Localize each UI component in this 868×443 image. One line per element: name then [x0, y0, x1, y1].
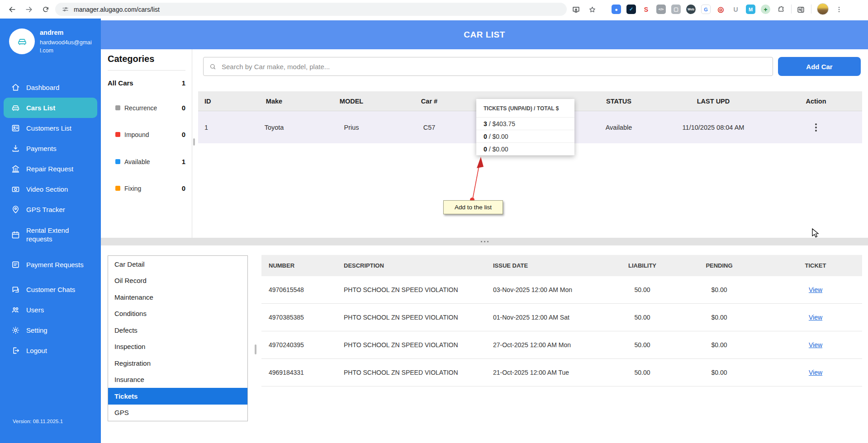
browser-toolbar: manager.alugago.com/cars/list ● ✓ S </> …	[0, 0, 868, 19]
install-app-icon[interactable]	[569, 3, 583, 16]
car-id: 1	[198, 111, 235, 143]
menu-item-registration[interactable]: Registration	[108, 355, 247, 372]
annotation-tooltip: Add to the list	[443, 200, 503, 214]
car-last-upd: 11/10/2025 08:04 AM	[657, 111, 770, 143]
horizontal-splitter[interactable]	[101, 238, 868, 245]
col-last-upd: LAST UPD	[657, 91, 770, 111]
extension-icon-10[interactable]: M	[746, 5, 755, 14]
col-issue-date: ISSUE DATE	[493, 255, 615, 276]
car-search	[203, 57, 773, 76]
ticket-issue-date: 01-Nov-2025 12:00 AM Sat	[493, 304, 615, 331]
extension-icon-9[interactable]: U	[731, 5, 740, 14]
categories-title: Categories	[108, 54, 154, 64]
chat-icon	[11, 285, 20, 294]
reload-icon[interactable]	[39, 3, 52, 16]
ticket-pending: $0.00	[669, 331, 769, 358]
ticket-row: 4970240395 PHTO SCHOOL ZN SPEED VIOLATIO…	[261, 331, 862, 359]
menu-item-car-detail[interactable]: Car Detail	[108, 256, 247, 273]
category-available[interactable]: Available 1	[115, 158, 185, 165]
tickets-popup-header: TICKETS (UNPAID) / TOTAL $	[476, 99, 574, 117]
sidebar-item-repair-request[interactable]: Repair Request	[0, 159, 101, 179]
recurrence-swatch	[115, 105, 120, 110]
sidebar-item-cars-list[interactable]: Cars List	[4, 98, 97, 118]
page-header: CAR LIST	[101, 20, 868, 49]
col-description: DESCRIPTION	[344, 255, 493, 276]
extension-icon-1[interactable]: ●	[612, 5, 621, 14]
col-action: Action	[770, 91, 862, 111]
document-icon	[11, 260, 20, 269]
view-ticket-link[interactable]: View	[809, 369, 822, 376]
tickets-popup-row[interactable]: 0 / $0.00	[476, 142, 574, 156]
view-ticket-link[interactable]: View	[809, 286, 822, 293]
search-input[interactable]	[221, 62, 773, 71]
ticket-liability: 50.00	[615, 304, 669, 331]
tune-icon	[62, 5, 69, 13]
col-liability: LIABILITY	[615, 255, 669, 276]
ticket-row: 4969184331 PHTO SCHOOL ZN SPEED VIOLATIO…	[261, 359, 862, 386]
divider	[108, 70, 185, 71]
sidebar: andrem hardwood4us@gmail.com Dashboard C…	[0, 19, 101, 443]
car-model: Prius	[313, 111, 390, 143]
extension-icon-2[interactable]: ✓	[626, 5, 636, 14]
url-text[interactable]: manager.alugago.com/cars/list	[74, 6, 160, 13]
tickets-popup-row[interactable]: 0 / $0.00	[476, 130, 574, 142]
category-fixing[interactable]: Fixing 0	[115, 184, 185, 192]
menu-item-gps[interactable]: GPS	[108, 405, 247, 421]
menu-item-conditions[interactable]: Conditions	[108, 306, 247, 322]
user-avatar[interactable]	[9, 28, 35, 54]
add-car-button[interactable]: Add Car	[778, 57, 861, 76]
ticket-pending: $0.00	[669, 359, 769, 386]
extension-icon-11[interactable]: +	[761, 5, 770, 14]
bookmark-star-icon[interactable]	[585, 3, 599, 16]
col-status: STATUS	[581, 91, 657, 111]
browser-profile-avatar[interactable]	[817, 3, 829, 15]
tickets-popup-row[interactable]: 3 / $403.75	[476, 117, 574, 130]
extension-icon-8[interactable]: ◎	[716, 5, 726, 14]
category-impound[interactable]: Impound 0	[115, 131, 185, 138]
ticket-liability: 50.00	[615, 359, 669, 386]
sidebar-item-setting[interactable]: Setting	[0, 320, 101, 340]
extension-icon-5[interactable]: ▢	[671, 5, 681, 14]
address-bar[interactable]: manager.alugago.com/cars/list	[55, 3, 567, 16]
extension-icon-4[interactable]: </>	[656, 5, 666, 14]
extensions-puzzle-icon[interactable]	[774, 3, 788, 16]
mouse-cursor	[812, 228, 821, 238]
user-email: hardwood4us@gmail.com	[40, 38, 94, 55]
sidebar-item-customers-list[interactable]: Customers List	[0, 118, 101, 138]
forward-icon[interactable]	[22, 3, 36, 16]
menu-item-inspection[interactable]: Inspection	[108, 339, 247, 355]
category-all-cars[interactable]: All Cars 1	[108, 79, 185, 87]
extension-icon-6[interactable]: Web	[686, 5, 696, 14]
side-panel-icon[interactable]	[794, 3, 807, 16]
ticket-number: 4970240395	[261, 331, 344, 358]
tickets-table-header: NUMBER DESCRIPTION ISSUE DATE LIABILITY …	[261, 255, 862, 276]
sidebar-item-users[interactable]: Users	[0, 300, 101, 320]
scrollbar-thumb[interactable]	[193, 138, 195, 146]
back-icon[interactable]	[5, 3, 19, 16]
sidebar-item-logout[interactable]: Logout	[0, 340, 101, 361]
view-ticket-link[interactable]: View	[809, 314, 822, 321]
sidebar-item-gps-tracker[interactable]: GPS Tracker	[0, 199, 101, 220]
menu-item-insurance[interactable]: Insurance	[108, 372, 247, 388]
menu-item-tickets[interactable]: Tickets	[108, 388, 247, 405]
menu-item-oil-record[interactable]: Oil Record	[108, 273, 247, 289]
row-action-kebab-icon[interactable]	[812, 121, 820, 134]
sidebar-item-payment-requests[interactable]: Payment Requests	[0, 250, 101, 279]
sidebar-item-rental-extend-requests[interactable]: Rental Extend requests	[0, 220, 101, 250]
sidebar-item-dashboard[interactable]: Dashboard	[0, 77, 101, 98]
view-ticket-link[interactable]: View	[809, 341, 822, 349]
page-title: CAR LIST	[464, 30, 505, 40]
video-camera-icon	[11, 184, 20, 194]
ticket-pending: $0.00	[669, 276, 769, 303]
car-make: Toyota	[235, 111, 313, 143]
extension-icon-7[interactable]: G	[701, 5, 711, 14]
sidebar-item-payments[interactable]: Payments	[0, 138, 101, 159]
extension-icon-3[interactable]: S	[641, 5, 651, 14]
scrollbar-thumb[interactable]	[255, 344, 256, 354]
sidebar-item-customer-chats[interactable]: Customer Chats	[0, 279, 101, 300]
browser-menu-kebab-icon[interactable]	[832, 3, 846, 16]
menu-item-defects[interactable]: Defects	[108, 322, 247, 339]
menu-item-maintenance[interactable]: Maintenance	[108, 289, 247, 306]
category-recurrence[interactable]: Recurrence 0	[115, 104, 185, 112]
sidebar-item-video-section[interactable]: Video Section	[0, 179, 101, 199]
